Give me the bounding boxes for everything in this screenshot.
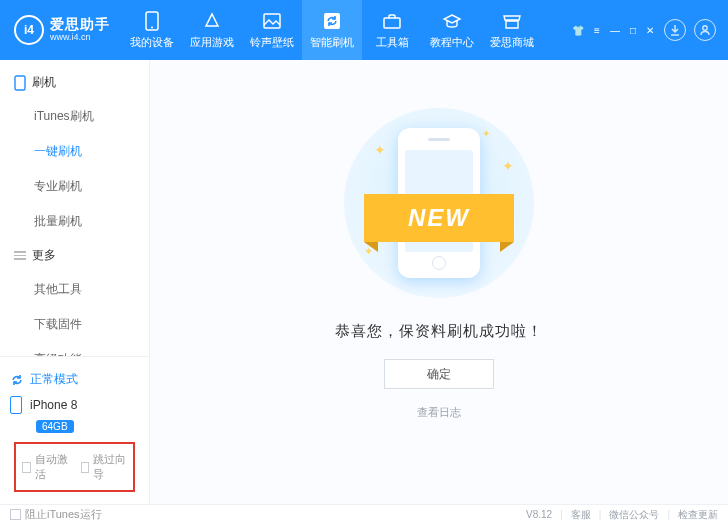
close-icon[interactable]: ✕	[646, 25, 654, 36]
auto-activate-checkbox[interactable]: 自动激活	[22, 452, 69, 482]
sidebar-item-advanced[interactable]: 高级功能	[34, 342, 149, 356]
user-button[interactable]	[694, 19, 716, 41]
sparkle-icon: ✦	[374, 142, 386, 158]
sidebar-group-more[interactable]: 更多	[0, 239, 149, 272]
sidebar-item-other-tools[interactable]: 其他工具	[34, 272, 149, 307]
sidebar-item-pro-flash[interactable]: 专业刷机	[34, 169, 149, 204]
sidebar: 刷机 iTunes刷机 一键刷机 专业刷机 批量刷机 更多 其他工具 下载固件 …	[0, 60, 150, 504]
tab-tutorials[interactable]: 教程中心	[422, 0, 482, 60]
block-itunes-checkbox[interactable]: 阻止iTunes运行	[10, 507, 102, 522]
svg-rect-6	[15, 76, 25, 90]
toolbox-icon	[382, 11, 402, 31]
ribbon-icon: NEW	[364, 194, 514, 242]
tab-flash[interactable]: 智能刷机	[302, 0, 362, 60]
menu-icon[interactable]: ≡	[594, 25, 600, 36]
menu-lines-icon	[14, 251, 26, 260]
refresh-icon	[323, 11, 341, 31]
sidebar-item-oneclick-flash[interactable]: 一键刷机	[34, 134, 149, 169]
ok-button[interactable]: 确定	[384, 359, 494, 389]
options-highlight: 自动激活 跳过向导	[14, 442, 135, 492]
sidebar-item-batch-flash[interactable]: 批量刷机	[34, 204, 149, 239]
tab-tools[interactable]: 工具箱	[362, 0, 422, 60]
phone-outline-icon	[14, 75, 26, 91]
device-phone-icon	[10, 396, 22, 414]
graduation-icon	[442, 11, 462, 31]
tab-my-device[interactable]: 我的设备	[122, 0, 182, 60]
svg-rect-4	[384, 18, 400, 28]
tab-store[interactable]: 爱思商城	[482, 0, 542, 60]
sidebar-group-flash[interactable]: 刷机	[0, 66, 149, 99]
tab-apps[interactable]: 应用游戏	[182, 0, 242, 60]
status-bar: 阻止iTunes运行 V8.12 | 客服 | 微信公众号 | 检查更新	[0, 504, 728, 524]
sparkle-icon: ✦	[482, 128, 490, 139]
success-illustration: ✦ ✦ ✦ ✦ NEW	[344, 108, 534, 298]
support-link[interactable]: 客服	[571, 508, 591, 522]
sparkle-icon: ✦	[502, 158, 514, 174]
skin-icon[interactable]: 👕	[572, 25, 584, 36]
download-button[interactable]	[664, 19, 686, 41]
sidebar-item-itunes-flash[interactable]: iTunes刷机	[34, 99, 149, 134]
minimize-icon[interactable]: —	[610, 25, 620, 36]
phone-icon	[145, 11, 159, 31]
header-tabs: 我的设备 应用游戏 铃声壁纸 智能刷机 工具箱 教程中心 爱思商城	[122, 0, 542, 60]
header: i4 爱思助手 www.i4.cn 我的设备 应用游戏 铃声壁纸 智能刷机 工具…	[0, 0, 728, 60]
sync-icon	[10, 373, 24, 387]
store-icon	[502, 11, 522, 31]
view-log-link[interactable]: 查看日志	[417, 405, 461, 420]
svg-rect-2	[264, 14, 280, 28]
success-message: 恭喜您，保资料刷机成功啦！	[335, 322, 543, 341]
check-update-link[interactable]: 检查更新	[678, 508, 718, 522]
svg-point-1	[151, 26, 153, 28]
logo-badge-icon: i4	[14, 15, 44, 45]
svg-point-5	[703, 26, 707, 30]
main-area: ✦ ✦ ✦ ✦ NEW 恭喜您，保资料刷机成功啦！ 确定 查看日志	[150, 60, 728, 504]
sidebar-item-download-firmware[interactable]: 下载固件	[34, 307, 149, 342]
storage-badge: 64GB	[36, 420, 74, 433]
window-controls: 👕 ≡ — □ ✕	[572, 25, 654, 36]
app-url: www.i4.cn	[50, 33, 110, 43]
image-icon	[263, 11, 281, 31]
app-logo: i4 爱思助手 www.i4.cn	[0, 15, 122, 45]
tab-ringtones[interactable]: 铃声壁纸	[242, 0, 302, 60]
device-name: iPhone 8	[30, 398, 77, 412]
device-entry[interactable]: iPhone 8	[10, 396, 139, 414]
app-name: 爱思助手	[50, 17, 110, 32]
version-label: V8.12	[526, 509, 552, 520]
skip-guide-checkbox[interactable]: 跳过向导	[81, 452, 128, 482]
svg-rect-3	[324, 13, 340, 29]
maximize-icon[interactable]: □	[630, 25, 636, 36]
wechat-link[interactable]: 微信公众号	[609, 508, 659, 522]
apps-icon	[203, 11, 221, 31]
device-mode[interactable]: 正常模式	[10, 367, 139, 396]
